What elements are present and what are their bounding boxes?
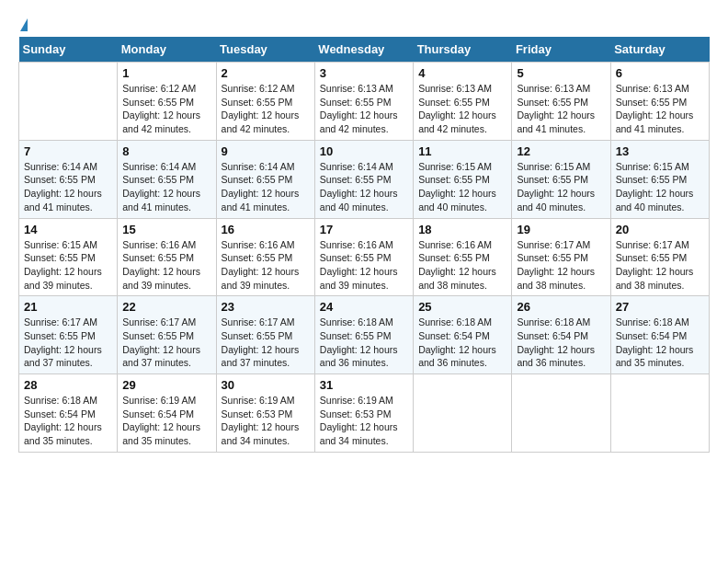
- calendar-cell: [610, 374, 709, 453]
- week-row-2: 7Sunrise: 6:14 AM Sunset: 6:55 PM Daylig…: [19, 140, 710, 218]
- col-header-sunday: Sunday: [19, 37, 118, 63]
- calendar-cell: 19Sunrise: 6:17 AM Sunset: 6:55 PM Dayli…: [512, 218, 610, 296]
- day-info: Sunrise: 6:19 AM Sunset: 6:53 PM Dayligh…: [222, 394, 310, 448]
- calendar-cell: 9Sunrise: 6:14 AM Sunset: 6:55 PM Daylig…: [216, 140, 314, 218]
- day-number: 11: [418, 144, 506, 158]
- day-info: Sunrise: 6:17 AM Sunset: 6:55 PM Dayligh…: [517, 238, 605, 293]
- day-info: Sunrise: 6:18 AM Sunset: 6:54 PM Dayligh…: [24, 394, 112, 448]
- calendar-cell: 7Sunrise: 6:14 AM Sunset: 6:55 PM Daylig…: [19, 140, 118, 218]
- day-number: 20: [616, 223, 704, 236]
- day-info: Sunrise: 6:15 AM Sunset: 6:55 PM Dayligh…: [418, 160, 506, 214]
- day-info: Sunrise: 6:14 AM Sunset: 6:55 PM Dayligh…: [320, 160, 408, 214]
- day-number: 28: [24, 378, 112, 392]
- col-header-tuesday: Tuesday: [216, 37, 314, 63]
- calendar-cell: 1Sunrise: 6:12 AM Sunset: 6:55 PM Daylig…: [118, 63, 216, 141]
- day-number: 1: [122, 66, 210, 80]
- col-header-monday: Monday: [118, 37, 216, 63]
- day-number: 2: [222, 66, 310, 80]
- day-info: Sunrise: 6:19 AM Sunset: 6:53 PM Dayligh…: [320, 394, 408, 448]
- day-number: 24: [320, 300, 408, 314]
- calendar-cell: 18Sunrise: 6:16 AM Sunset: 6:55 PM Dayli…: [414, 218, 512, 296]
- day-number: 26: [517, 300, 605, 314]
- calendar-cell: 15Sunrise: 6:16 AM Sunset: 6:55 PM Dayli…: [118, 218, 216, 296]
- calendar-cell: 13Sunrise: 6:15 AM Sunset: 6:55 PM Dayli…: [610, 140, 709, 218]
- day-number: 9: [222, 144, 310, 158]
- day-number: 23: [222, 300, 310, 314]
- day-number: 7: [24, 144, 112, 158]
- week-row-5: 28Sunrise: 6:18 AM Sunset: 6:54 PM Dayli…: [19, 374, 710, 453]
- col-header-wednesday: Wednesday: [314, 37, 413, 63]
- day-info: Sunrise: 6:13 AM Sunset: 6:55 PM Dayligh…: [616, 82, 704, 136]
- calendar-cell: 21Sunrise: 6:17 AM Sunset: 6:55 PM Dayli…: [19, 296, 118, 374]
- calendar-cell: 30Sunrise: 6:19 AM Sunset: 6:53 PM Dayli…: [216, 374, 314, 453]
- calendar-cell: 31Sunrise: 6:19 AM Sunset: 6:53 PM Dayli…: [314, 374, 413, 453]
- calendar-cell: [19, 63, 118, 141]
- col-header-friday: Friday: [512, 37, 610, 63]
- logo-triangle-icon: [20, 18, 28, 31]
- week-row-3: 14Sunrise: 6:15 AM Sunset: 6:55 PM Dayli…: [19, 218, 710, 296]
- day-info: Sunrise: 6:15 AM Sunset: 6:55 PM Dayligh…: [517, 160, 605, 214]
- day-number: 6: [616, 66, 704, 80]
- day-info: Sunrise: 6:15 AM Sunset: 6:55 PM Dayligh…: [24, 238, 112, 293]
- day-number: 31: [320, 378, 408, 392]
- day-number: 14: [24, 223, 112, 236]
- calendar-cell: 12Sunrise: 6:15 AM Sunset: 6:55 PM Dayli…: [512, 140, 610, 218]
- col-header-saturday: Saturday: [610, 37, 709, 63]
- day-info: Sunrise: 6:14 AM Sunset: 6:55 PM Dayligh…: [122, 160, 210, 214]
- day-info: Sunrise: 6:19 AM Sunset: 6:54 PM Dayligh…: [122, 394, 210, 448]
- calendar-cell: 29Sunrise: 6:19 AM Sunset: 6:54 PM Dayli…: [118, 374, 216, 453]
- day-number: 22: [122, 300, 210, 314]
- day-info: Sunrise: 6:17 AM Sunset: 6:55 PM Dayligh…: [122, 316, 210, 370]
- col-header-thursday: Thursday: [414, 37, 512, 63]
- week-row-4: 21Sunrise: 6:17 AM Sunset: 6:55 PM Dayli…: [19, 296, 710, 374]
- day-info: Sunrise: 6:17 AM Sunset: 6:55 PM Dayligh…: [616, 238, 704, 293]
- day-number: 19: [517, 223, 605, 236]
- day-info: Sunrise: 6:17 AM Sunset: 6:55 PM Dayligh…: [24, 316, 112, 370]
- day-info: Sunrise: 6:15 AM Sunset: 6:55 PM Dayligh…: [616, 160, 704, 214]
- day-info: Sunrise: 6:18 AM Sunset: 6:54 PM Dayligh…: [517, 316, 605, 370]
- day-info: Sunrise: 6:12 AM Sunset: 6:55 PM Dayligh…: [222, 82, 310, 136]
- day-number: 17: [320, 223, 408, 236]
- calendar-cell: 26Sunrise: 6:18 AM Sunset: 6:54 PM Dayli…: [512, 296, 610, 374]
- calendar-cell: 17Sunrise: 6:16 AM Sunset: 6:55 PM Dayli…: [314, 218, 413, 296]
- day-info: Sunrise: 6:16 AM Sunset: 6:55 PM Dayligh…: [222, 238, 310, 293]
- day-number: 13: [616, 144, 704, 158]
- day-info: Sunrise: 6:16 AM Sunset: 6:55 PM Dayligh…: [122, 238, 210, 293]
- day-number: 10: [320, 144, 408, 158]
- calendar-cell: [414, 374, 512, 453]
- day-number: 25: [418, 300, 506, 314]
- calendar-table: SundayMondayTuesdayWednesdayThursdayFrid…: [18, 37, 710, 453]
- day-number: 3: [320, 66, 408, 80]
- day-info: Sunrise: 6:16 AM Sunset: 6:55 PM Dayligh…: [320, 238, 408, 293]
- day-info: Sunrise: 6:16 AM Sunset: 6:55 PM Dayligh…: [418, 238, 506, 293]
- calendar-cell: 24Sunrise: 6:18 AM Sunset: 6:55 PM Dayli…: [314, 296, 413, 374]
- day-number: 18: [418, 223, 506, 236]
- day-info: Sunrise: 6:18 AM Sunset: 6:54 PM Dayligh…: [616, 316, 704, 370]
- calendar-cell: 14Sunrise: 6:15 AM Sunset: 6:55 PM Dayli…: [19, 218, 118, 296]
- day-info: Sunrise: 6:14 AM Sunset: 6:55 PM Dayligh…: [24, 160, 112, 214]
- calendar-cell: 3Sunrise: 6:13 AM Sunset: 6:55 PM Daylig…: [314, 63, 413, 141]
- day-number: 12: [517, 144, 605, 158]
- day-info: Sunrise: 6:18 AM Sunset: 6:55 PM Dayligh…: [320, 316, 408, 370]
- day-info: Sunrise: 6:12 AM Sunset: 6:55 PM Dayligh…: [122, 82, 210, 136]
- day-number: 27: [616, 300, 704, 314]
- day-info: Sunrise: 6:14 AM Sunset: 6:55 PM Dayligh…: [222, 160, 310, 214]
- calendar-cell: 5Sunrise: 6:13 AM Sunset: 6:55 PM Daylig…: [512, 63, 610, 141]
- day-number: 5: [517, 66, 605, 80]
- day-number: 4: [418, 66, 506, 80]
- calendar-cell: [512, 374, 610, 453]
- day-number: 8: [122, 144, 210, 158]
- calendar-cell: 22Sunrise: 6:17 AM Sunset: 6:55 PM Dayli…: [118, 296, 216, 374]
- day-info: Sunrise: 6:13 AM Sunset: 6:55 PM Dayligh…: [320, 82, 408, 136]
- calendar-cell: 2Sunrise: 6:12 AM Sunset: 6:55 PM Daylig…: [216, 63, 314, 141]
- day-info: Sunrise: 6:17 AM Sunset: 6:55 PM Dayligh…: [222, 316, 310, 370]
- day-number: 29: [122, 378, 210, 392]
- day-number: 15: [122, 223, 210, 236]
- day-number: 21: [24, 300, 112, 314]
- calendar-cell: 16Sunrise: 6:16 AM Sunset: 6:55 PM Dayli…: [216, 218, 314, 296]
- week-row-1: 1Sunrise: 6:12 AM Sunset: 6:55 PM Daylig…: [19, 63, 710, 141]
- day-number: 30: [222, 378, 310, 392]
- day-info: Sunrise: 6:13 AM Sunset: 6:55 PM Dayligh…: [517, 82, 605, 136]
- day-info: Sunrise: 6:13 AM Sunset: 6:55 PM Dayligh…: [418, 82, 506, 136]
- header-row: SundayMondayTuesdayWednesdayThursdayFrid…: [19, 37, 710, 63]
